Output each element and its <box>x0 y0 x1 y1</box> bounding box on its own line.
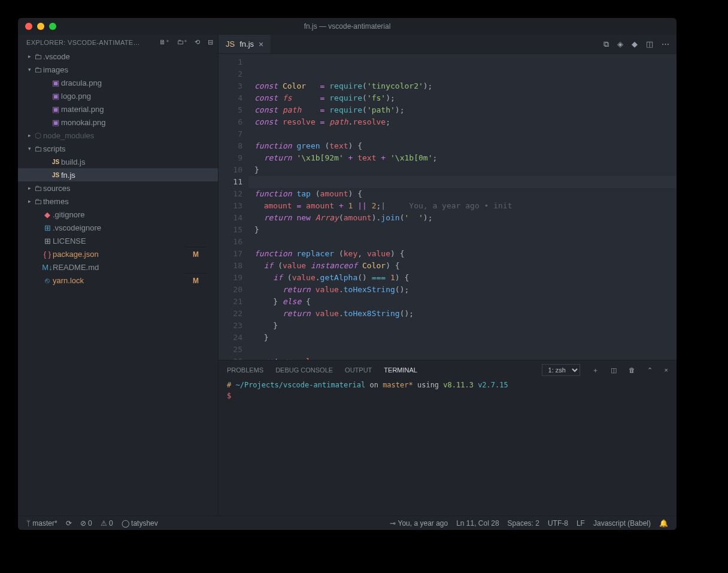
line-gutter: 1234567891011121314151617181920212223242… <box>219 54 248 360</box>
file-build.js[interactable]: JSbuild.js <box>18 155 218 168</box>
file-.gitignore[interactable]: ◆.gitignore <box>18 208 218 221</box>
editor-tabbar: JS fn.js × ⧉ ◈ ◆ ◫ ⋯ <box>219 35 677 54</box>
new-folder-icon[interactable]: 🗀⁺ <box>177 38 188 46</box>
code-content[interactable]: const Color = require('tinycolor2'); con… <box>248 54 677 360</box>
folder-node_modules[interactable]: ▸⬡node_modules <box>18 129 218 142</box>
compare-icon[interactable]: ⧉ <box>603 40 609 49</box>
terminal[interactable]: # ~/Projects/vscode-antimaterial on mast… <box>219 380 677 516</box>
sync-icon[interactable]: ⟳ <box>66 519 72 527</box>
indent-setting[interactable]: Spaces: 2 <box>508 519 539 527</box>
file-LICENSE[interactable]: ⊞LICENSE <box>18 234 218 247</box>
refresh-icon[interactable]: ⟲ <box>195 38 200 46</box>
titlebar: fn.js — vscode-antimaterial <box>18 18 677 35</box>
terminal-selector[interactable]: 1: zsh <box>542 364 580 376</box>
status-bar: ᛘ master* ⟳ ⊘ 0 ⚠ 0 ◯ tatyshev ⊸ You, a … <box>18 516 677 530</box>
folder-themes[interactable]: ▸🗀themes <box>18 195 218 208</box>
new-file-icon[interactable]: 🗎⁺ <box>159 38 170 46</box>
blame-status[interactable]: ⊸ You, a year ago <box>390 519 448 527</box>
explorer-sidebar: EXPLORER: VSCODE-ANTIMATE… 🗎⁺ 🗀⁺ ⟲ ⊟ ▸🗀.… <box>18 35 219 516</box>
file-material.png[interactable]: ▣material.png <box>18 102 218 116</box>
folder-sources[interactable]: ▸🗀sources <box>18 181 218 195</box>
window-minimize-icon[interactable] <box>37 23 44 30</box>
file-package.json[interactable]: { }package.jsonM <box>18 247 218 260</box>
file-tree[interactable]: ▸🗀.vscode▾🗀images▣dracula.png▣logo.png▣m… <box>18 50 218 516</box>
file-README.md[interactable]: M↓README.md <box>18 260 218 274</box>
folder-images[interactable]: ▾🗀images <box>18 63 218 76</box>
tab-label: fn.js <box>239 40 254 48</box>
js-icon: JS <box>226 40 235 48</box>
file-dracula.png[interactable]: ▣dracula.png <box>18 76 218 89</box>
vscode-window: fn.js — vscode-antimaterial EXPLORER: VS… <box>18 18 677 530</box>
folder-scripts[interactable]: ▾🗀scripts <box>18 142 218 155</box>
branch-indicator[interactable]: ᛘ master* <box>26 519 57 527</box>
window-title: fn.js — vscode-antimaterial <box>18 22 677 31</box>
bottom-panel: PROBLEMS DEBUG CONSOLE OUTPUT TERMINAL 1… <box>219 360 677 516</box>
eol[interactable]: LF <box>577 519 585 527</box>
explorer-title: EXPLORER: VSCODE-ANTIMATE… <box>26 39 140 46</box>
folder-.vscode[interactable]: ▸🗀.vscode <box>18 50 218 63</box>
close-panel-icon[interactable]: × <box>665 366 668 374</box>
file-yarn.lock[interactable]: ⎋yarn.lockM <box>18 274 218 287</box>
panel-tab-problems[interactable]: PROBLEMS <box>227 366 263 374</box>
file-logo.png[interactable]: ▣logo.png <box>18 89 218 102</box>
new-terminal-icon[interactable]: ＋ <box>592 366 599 375</box>
window-maximize-icon[interactable] <box>49 23 56 30</box>
language-mode[interactable]: Javascript (Babel) <box>593 519 651 527</box>
more-icon[interactable]: ⋯ <box>662 40 669 48</box>
close-tab-icon[interactable]: × <box>259 40 263 49</box>
git-icon[interactable]: ◈ <box>617 40 623 48</box>
panel-tab-terminal[interactable]: TERMINAL <box>384 366 417 374</box>
file-fn.js[interactable]: JSfn.js <box>18 168 218 181</box>
panel-tab-debug[interactable]: DEBUG CONSOLE <box>275 366 333 374</box>
tab-fnjs[interactable]: JS fn.js × <box>219 35 271 53</box>
window-close-icon[interactable] <box>25 23 32 30</box>
maximize-panel-icon[interactable]: ⌃ <box>647 366 653 374</box>
encoding[interactable]: UTF-8 <box>548 519 568 527</box>
bell-icon[interactable]: 🔔 <box>659 519 668 527</box>
panel-tab-output[interactable]: OUTPUT <box>345 366 372 374</box>
editor-group: JS fn.js × ⧉ ◈ ◆ ◫ ⋯ 1234567891011121314… <box>219 35 677 516</box>
diff-icon[interactable]: ◆ <box>632 40 638 48</box>
kill-terminal-icon[interactable]: 🗑 <box>629 366 635 374</box>
file-.vscodeignore[interactable]: ⊞.vscodeignore <box>18 221 218 234</box>
errors-count[interactable]: ⊘ 0 <box>80 519 92 527</box>
split-icon[interactable]: ◫ <box>646 40 653 48</box>
editor-area[interactable]: 1234567891011121314151617181920212223242… <box>219 54 677 360</box>
github-user[interactable]: ◯ tatyshev <box>122 519 158 527</box>
warnings-count[interactable]: ⚠ 0 <box>101 519 113 527</box>
cursor-position[interactable]: Ln 11, Col 28 <box>456 519 499 527</box>
collapse-icon[interactable]: ⊟ <box>208 38 213 46</box>
file-monokai.png[interactable]: ▣monokai.png <box>18 116 218 129</box>
split-terminal-icon[interactable]: ◫ <box>611 366 617 374</box>
